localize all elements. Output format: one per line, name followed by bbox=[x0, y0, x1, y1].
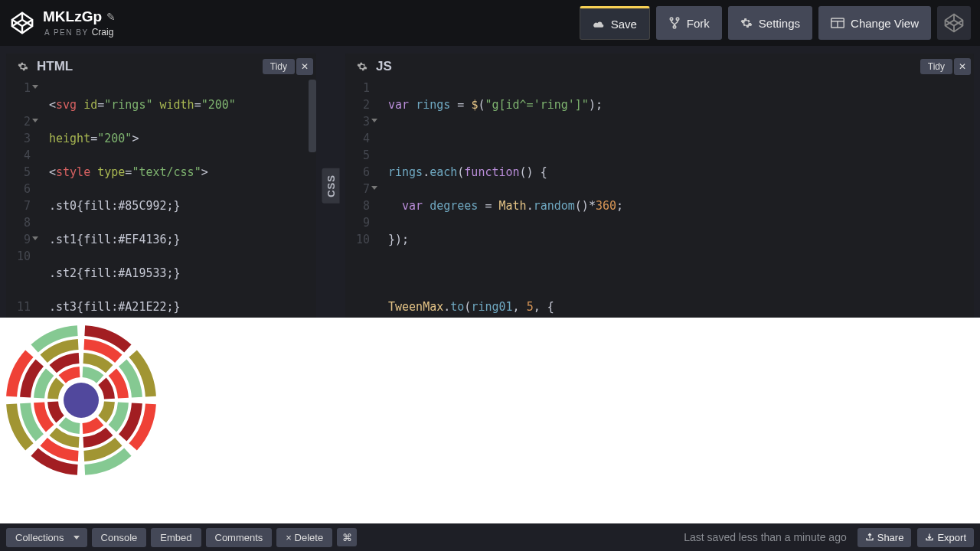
app-header: MKLzGp ✎ A PEN BY Craig Save Fork Settin… bbox=[0, 0, 980, 46]
scrollbar-thumb[interactable] bbox=[309, 80, 316, 152]
user-avatar[interactable] bbox=[937, 6, 971, 40]
comments-button[interactable]: Comments bbox=[206, 528, 273, 547]
html-editor-panel: HTML Tidy ✕ 1234567891011 <svg id="rings… bbox=[6, 54, 316, 318]
html-close-button[interactable]: ✕ bbox=[296, 58, 313, 75]
share-icon bbox=[865, 533, 874, 542]
share-button[interactable]: Share bbox=[858, 528, 912, 547]
fork-label: Fork bbox=[687, 17, 710, 30]
js-tab[interactable]: JS bbox=[345, 54, 403, 80]
pen-title[interactable]: MKLzGp bbox=[43, 8, 102, 25]
save-label: Save bbox=[611, 18, 637, 31]
js-editor-panel: JS Tidy ✕ 12345678910 var rings = $("g[i… bbox=[345, 54, 974, 318]
author-link[interactable]: Craig bbox=[92, 27, 114, 37]
js-close-button[interactable]: ✕ bbox=[954, 58, 971, 75]
byline-prefix: A PEN BY bbox=[44, 28, 88, 37]
fork-button[interactable]: Fork bbox=[656, 6, 722, 40]
gear-icon bbox=[740, 17, 753, 29]
css-collapsed-label[interactable]: CSS bbox=[322, 168, 340, 204]
rings-svg bbox=[5, 324, 158, 477]
gear-icon[interactable] bbox=[17, 60, 29, 73]
pen-title-block: MKLzGp ✎ A PEN BY Craig bbox=[43, 8, 116, 37]
settings-label: Settings bbox=[759, 17, 800, 30]
change-view-label: Change View bbox=[851, 17, 919, 30]
export-icon bbox=[925, 533, 934, 542]
css-collapsed-panel[interactable]: CSS bbox=[324, 54, 338, 318]
change-view-button[interactable]: Change View bbox=[818, 6, 931, 40]
keyboard-shortcut-button[interactable]: ⌘ bbox=[337, 528, 357, 546]
collections-dropdown[interactable]: Collections bbox=[6, 528, 87, 547]
editors-row: HTML Tidy ✕ 1234567891011 <svg id="rings… bbox=[0, 46, 980, 318]
svg-point-3 bbox=[670, 18, 672, 20]
codepen-logo[interactable] bbox=[9, 10, 35, 36]
html-editor-header: HTML Tidy ✕ bbox=[6, 54, 316, 80]
js-gutter: 12345678910 bbox=[345, 80, 374, 318]
js-editor-body[interactable]: 12345678910 var rings = $("g[id^='ring']… bbox=[345, 80, 974, 318]
html-lang-label: HTML bbox=[37, 59, 73, 74]
save-button[interactable]: Save bbox=[580, 6, 650, 40]
edit-icon[interactable]: ✎ bbox=[106, 11, 116, 23]
html-gutter: 1234567891011 bbox=[6, 80, 35, 318]
html-editor-body[interactable]: 1234567891011 <svg id="rings" width="200… bbox=[6, 80, 316, 318]
js-code[interactable]: var rings = $("g[id^='ring']"); rings.ea… bbox=[374, 80, 974, 318]
svg-point-4 bbox=[676, 18, 678, 20]
html-tidy-button[interactable]: Tidy bbox=[263, 59, 295, 74]
svg-point-12 bbox=[64, 383, 99, 418]
js-tidy-button[interactable]: Tidy bbox=[920, 59, 952, 74]
settings-button[interactable]: Settings bbox=[728, 6, 812, 40]
fork-icon bbox=[668, 17, 681, 29]
console-button[interactable]: Console bbox=[92, 528, 147, 547]
gear-icon[interactable] bbox=[356, 60, 368, 73]
pen-byline: A PEN BY Craig bbox=[44, 27, 116, 37]
view-icon bbox=[831, 18, 844, 28]
last-saved-text: Last saved less than a minute ago bbox=[684, 531, 846, 543]
svg-point-5 bbox=[673, 26, 675, 28]
html-tab[interactable]: HTML bbox=[6, 54, 83, 80]
header-actions: Save Fork Settings Change View bbox=[580, 6, 971, 40]
js-lang-label: JS bbox=[376, 59, 392, 74]
html-code[interactable]: <svg id="rings" width="200" height="200"… bbox=[35, 80, 316, 318]
export-button[interactable]: Export bbox=[917, 528, 974, 547]
js-editor-header: JS Tidy ✕ bbox=[345, 54, 974, 80]
delete-button[interactable]: × Delete bbox=[276, 528, 332, 547]
embed-button[interactable]: Embed bbox=[151, 528, 201, 547]
output-preview[interactable] bbox=[0, 318, 980, 523]
cloud-icon bbox=[593, 18, 605, 29]
footer-bar: Collections Console Embed Comments × Del… bbox=[0, 523, 980, 551]
